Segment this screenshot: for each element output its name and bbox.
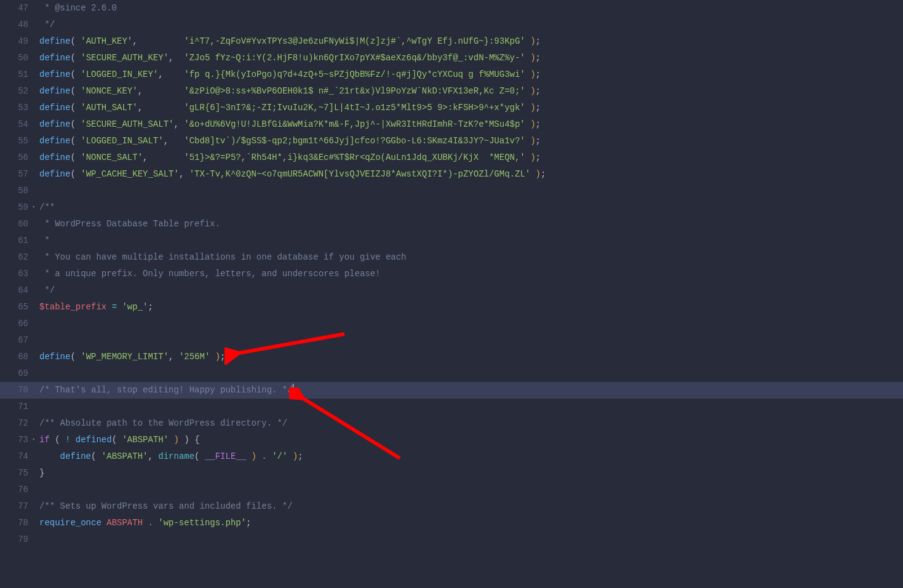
code-content[interactable]: } (38, 465, 903, 482)
line-number: 47 (0, 0, 32, 17)
code-line-62[interactable]: 62 * You can have multiple installations… (0, 249, 903, 266)
code-line-68[interactable]: 68define( 'WP_MEMORY_LIMIT', '256M' ); (0, 349, 903, 365)
code-content[interactable]: /** Sets up WordPress vars and included … (38, 498, 903, 515)
code-content[interactable]: if ( ! defined( 'ABSPATH' ) ) { (38, 432, 903, 448)
code-content[interactable]: define( 'SECURE_AUTH_SALT', '&o+dU%6Vg!U… (38, 116, 903, 133)
line-number: 58 (0, 183, 32, 199)
line-number: 56 (0, 149, 32, 166)
code-content[interactable]: */ (38, 282, 903, 299)
code-content[interactable]: require_once ABSPATH . 'wp-settings.php'… (38, 515, 903, 531)
code-content[interactable] (38, 399, 903, 415)
code-line-66[interactable]: 66 (0, 316, 903, 332)
code-line-61[interactable]: 61 * (0, 232, 903, 249)
code-content[interactable]: * @since 2.6.0 (38, 0, 903, 17)
code-line-49[interactable]: 49define( 'AUTH_KEY', 'i^T7,-ZqFoV#YvxTP… (0, 33, 903, 50)
fold-toggle (32, 399, 38, 415)
code-line-72[interactable]: 72/** Absolute path to the WordPress dir… (0, 415, 903, 432)
code-content[interactable]: define( 'ABSPATH', dirname( __FILE__ ) .… (38, 448, 903, 465)
code-line-57[interactable]: 57define( 'WP_CACHE_KEY_SALT', 'TX-Tv,K^… (0, 166, 903, 183)
code-line-47[interactable]: 47 * @since 2.6.0 (0, 0, 903, 17)
fold-toggle (32, 415, 38, 432)
code-line-55[interactable]: 55define( 'LOGGED_IN_SALT', 'Cbd8]tv`)/$… (0, 133, 903, 149)
code-content[interactable]: define( 'AUTH_SALT', 'gLR{6]~3nI?&;-ZI;I… (38, 100, 903, 116)
code-content[interactable]: define( 'WP_CACHE_KEY_SALT', 'TX-Tv,K^0z… (38, 166, 903, 183)
fold-toggle (32, 465, 38, 482)
code-content[interactable] (38, 482, 903, 498)
fold-toggle (32, 531, 38, 548)
code-line-54[interactable]: 54define( 'SECURE_AUTH_SALT', '&o+dU%6Vg… (0, 116, 903, 133)
fold-toggle (32, 100, 38, 116)
code-content[interactable]: define( 'WP_MEMORY_LIMIT', '256M' ); (38, 349, 903, 365)
code-content[interactable]: /** (38, 199, 903, 216)
code-line-58[interactable]: 58 (0, 183, 903, 199)
line-number: 77 (0, 498, 32, 515)
fold-toggle (32, 299, 38, 316)
fold-toggle (32, 133, 38, 149)
code-content[interactable]: define( 'NONCE_KEY', '&zPiO@>8:ss+%BvP6O… (38, 83, 903, 100)
fold-toggle[interactable]: ▾ (32, 432, 38, 448)
code-line-59[interactable]: 59▾/** (0, 199, 903, 216)
code-line-52[interactable]: 52define( 'NONCE_KEY', '&zPiO@>8:ss+%BvP… (0, 83, 903, 100)
fold-toggle (32, 232, 38, 249)
line-number: 59 (0, 199, 32, 216)
code-line-63[interactable]: 63 * a unique prefix. Only numbers, lett… (0, 266, 903, 282)
fold-toggle (32, 0, 38, 17)
code-line-50[interactable]: 50define( 'SECURE_AUTH_KEY', 'ZJo5 fYz~Q… (0, 50, 903, 66)
fold-toggle (32, 266, 38, 282)
fold-toggle (32, 83, 38, 100)
fold-toggle (32, 166, 38, 183)
line-number: 60 (0, 216, 32, 232)
code-line-71[interactable]: 71 (0, 399, 903, 415)
code-content[interactable] (38, 316, 903, 332)
code-line-74[interactable]: 74 define( 'ABSPATH', dirname( __FILE__ … (0, 448, 903, 465)
code-line-79[interactable]: 79 (0, 531, 903, 548)
code-content[interactable]: * a unique prefix. Only numbers, letters… (38, 266, 903, 282)
fold-toggle (32, 216, 38, 232)
line-number: 72 (0, 415, 32, 432)
code-line-67[interactable]: 67 (0, 332, 903, 349)
code-content[interactable]: define( 'LOGGED_IN_KEY', 'fp q.}{Mk(yIoP… (38, 66, 903, 83)
code-line-69[interactable]: 69 (0, 365, 903, 382)
code-line-65[interactable]: 65$table_prefix = 'wp_'; (0, 299, 903, 316)
code-content[interactable]: * You can have multiple installations in… (38, 249, 903, 266)
line-number: 69 (0, 365, 32, 382)
code-content[interactable]: define( 'SECURE_AUTH_KEY', 'ZJo5 fYz~Q:i… (38, 50, 903, 66)
fold-toggle (32, 349, 38, 365)
fold-toggle (32, 116, 38, 133)
code-content[interactable]: * (38, 232, 903, 249)
code-editor[interactable]: 47 * @since 2.6.048 */49define( 'AUTH_KE… (0, 0, 903, 548)
code-line-75[interactable]: 75} (0, 465, 903, 482)
fold-toggle[interactable]: ▾ (32, 199, 38, 216)
code-line-60[interactable]: 60 * WordPress Database Table prefix. (0, 216, 903, 232)
code-content[interactable]: */ (38, 17, 903, 33)
code-content[interactable]: define( 'LOGGED_IN_SALT', 'Cbd8]tv`)/$gS… (38, 133, 903, 149)
code-line-73[interactable]: 73▾if ( ! defined( 'ABSPATH' ) ) { (0, 432, 903, 448)
fold-toggle (32, 282, 38, 299)
code-line-51[interactable]: 51define( 'LOGGED_IN_KEY', 'fp q.}{Mk(yI… (0, 66, 903, 83)
fold-toggle (32, 316, 38, 332)
line-number: 52 (0, 83, 32, 100)
text-cursor (293, 384, 293, 395)
line-number: 48 (0, 17, 32, 33)
code-line-53[interactable]: 53define( 'AUTH_SALT', 'gLR{6]~3nI?&;-ZI… (0, 100, 903, 116)
code-content[interactable] (38, 183, 903, 199)
code-content[interactable]: * WordPress Database Table prefix. (38, 216, 903, 232)
code-line-56[interactable]: 56define( 'NONCE_SALT', '51}>&?=P5?,`Rh5… (0, 149, 903, 166)
code-line-77[interactable]: 77/** Sets up WordPress vars and include… (0, 498, 903, 515)
code-content[interactable]: define( 'NONCE_SALT', '51}>&?=P5?,`Rh54H… (38, 149, 903, 166)
code-line-64[interactable]: 64 */ (0, 282, 903, 299)
code-line-70[interactable]: 70/* That's all, stop editing! Happy pub… (0, 382, 903, 399)
code-content[interactable] (38, 332, 903, 349)
code-content[interactable]: define( 'AUTH_KEY', 'i^T7,-ZqFoV#YvxTPYs… (38, 33, 903, 50)
code-line-76[interactable]: 76 (0, 482, 903, 498)
line-number: 76 (0, 482, 32, 498)
fold-toggle (32, 332, 38, 349)
code-content[interactable] (38, 531, 903, 548)
fold-toggle (32, 249, 38, 266)
code-line-78[interactable]: 78require_once ABSPATH . 'wp-settings.ph… (0, 515, 903, 531)
code-content[interactable]: /** Absolute path to the WordPress direc… (38, 415, 903, 432)
code-content[interactable]: /* That's all, stop editing! Happy publi… (38, 382, 903, 399)
code-content[interactable]: $table_prefix = 'wp_'; (38, 299, 903, 316)
code-content[interactable] (38, 365, 903, 382)
code-line-48[interactable]: 48 */ (0, 17, 903, 33)
